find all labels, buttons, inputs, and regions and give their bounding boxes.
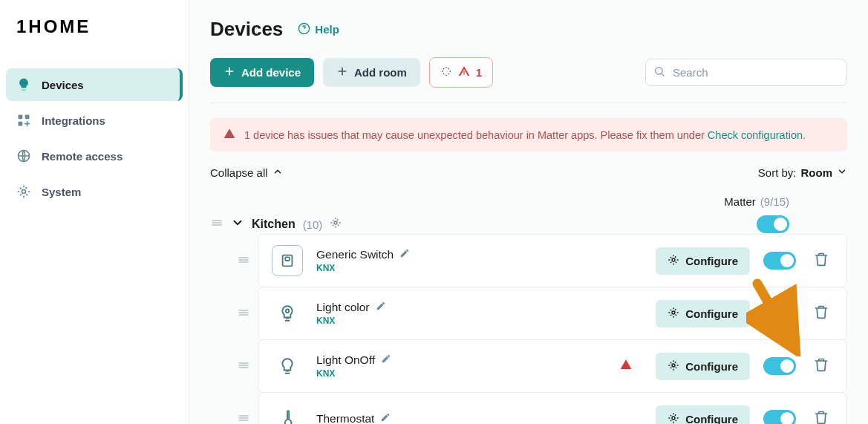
device-type-icon [272, 298, 303, 329]
device-name: Light color [316, 301, 370, 314]
device-card: Generic SwitchKNXConfigure [258, 234, 847, 287]
page-title: Devices [210, 18, 283, 41]
matter-column-header: Matter (9/15) [210, 195, 847, 208]
gear-icon[interactable] [330, 217, 342, 232]
room-matter-toggle[interactable] [757, 215, 789, 233]
button-label: Add device [241, 66, 301, 79]
configure-button[interactable]: Configure [656, 353, 750, 380]
svg-point-13 [672, 364, 675, 367]
configure-button[interactable]: Configure [656, 405, 750, 425]
device-card: Light colorKNXConfigure [258, 287, 847, 340]
check-configuration-link[interactable]: Check configuration [708, 129, 803, 141]
sidebar-item-label: Integrations [42, 114, 105, 127]
plus-icon [223, 65, 235, 79]
sidebar-item-label: Remote access [42, 150, 123, 163]
warning-triangle-icon [223, 128, 235, 142]
collapse-all-button[interactable]: Collapse all [210, 166, 283, 179]
matter-label: Matter [724, 195, 756, 208]
trash-icon[interactable] [809, 300, 833, 327]
button-label: Configure [685, 413, 738, 425]
add-room-button[interactable]: Add room [323, 58, 420, 87]
pencil-icon[interactable] [376, 301, 386, 314]
device-row: Generic SwitchKNXConfigure [237, 235, 847, 287]
list-controls: Collapse all Sort by: Room [210, 166, 847, 179]
bulb-icon [16, 77, 31, 92]
device-row: ThermostatConfigure [237, 393, 847, 424]
device-matter-toggle[interactable] [763, 304, 796, 322]
sort-by-dropdown[interactable]: Sort by: Room [758, 166, 847, 179]
chevron-down-icon [837, 166, 847, 179]
sidebar-item-devices[interactable]: Devices [6, 68, 183, 101]
device-type-icon [272, 350, 303, 382]
svg-rect-0 [19, 115, 23, 120]
drag-handle-icon[interactable] [237, 411, 250, 425]
pencil-icon[interactable] [399, 248, 410, 261]
svg-point-11 [286, 310, 289, 313]
gear-icon [16, 184, 31, 199]
device-matter-toggle[interactable] [763, 252, 796, 270]
device-source: KNX [316, 316, 386, 326]
gear-icon [668, 359, 679, 374]
grid-plus-icon [16, 113, 31, 128]
button-label: Configure [685, 307, 738, 320]
device-type-icon [272, 403, 303, 424]
device-name: Generic Switch [316, 248, 394, 261]
action-bar: Add device Add room 1 [210, 57, 847, 103]
drag-handle-icon[interactable] [210, 216, 223, 232]
chevron-down-icon[interactable] [231, 216, 244, 232]
drag-handle-icon[interactable] [237, 359, 250, 375]
sidebar-item-label: Devices [42, 79, 84, 91]
device-row: Light OnOffKNXConfigure [237, 340, 847, 393]
configure-button[interactable]: Configure [656, 247, 750, 275]
plus-icon [336, 65, 348, 79]
globe-icon [16, 149, 31, 163]
device-matter-toggle[interactable] [763, 357, 796, 375]
svg-point-6 [656, 67, 662, 74]
sidebar-item-remote-access[interactable]: Remote access [6, 140, 183, 172]
svg-rect-2 [25, 115, 30, 120]
drag-handle-icon[interactable] [237, 253, 250, 270]
gear-icon [668, 412, 679, 425]
trash-icon[interactable] [809, 353, 833, 379]
device-row: Light colorKNXConfigure [237, 287, 847, 340]
drag-handle-icon[interactable] [237, 306, 250, 322]
device-name: Light OnOff [316, 353, 375, 367]
device-source: KNX [316, 263, 410, 273]
button-label: Add room [354, 66, 407, 79]
svg-point-12 [672, 311, 675, 314]
sidebar: 1HOME Devices Integrations Remote access… [0, 0, 189, 424]
banner-text-after: . [803, 129, 806, 141]
warning-banner: 1 device has issues that may cause unexp… [210, 118, 847, 151]
search-input[interactable] [645, 59, 847, 86]
svg-point-14 [672, 417, 675, 420]
pencil-icon[interactable] [380, 412, 391, 424]
add-device-button[interactable]: Add device [210, 58, 314, 87]
page-header: Devices Help [210, 18, 847, 41]
trash-icon[interactable] [809, 247, 833, 274]
button-label: Configure [685, 360, 738, 373]
room-group-row: Kitchen (10) [210, 214, 847, 235]
sort-value: Room [801, 166, 833, 179]
alert-button[interactable]: 1 [429, 57, 493, 88]
warning-triangle-icon [458, 65, 470, 79]
help-link[interactable]: Help [298, 22, 339, 37]
search-icon [653, 65, 665, 80]
warning-triangle-icon [620, 359, 632, 374]
help-link-label: Help [315, 23, 339, 36]
svg-rect-1 [19, 122, 23, 126]
gear-icon [668, 307, 679, 321]
configure-button[interactable]: Configure [656, 300, 750, 327]
device-source: KNX [316, 368, 391, 379]
trash-icon[interactable] [809, 405, 833, 424]
banner-text: 1 device has issues that may cause unexp… [244, 129, 708, 141]
sidebar-item-integrations[interactable]: Integrations [6, 104, 183, 137]
svg-point-4 [22, 190, 26, 194]
help-circle-icon [298, 22, 310, 37]
device-matter-toggle[interactable] [763, 410, 796, 424]
pencil-icon[interactable] [381, 353, 391, 367]
logo: 1HOME [6, 16, 183, 37]
sidebar-item-system[interactable]: System [6, 175, 183, 208]
search-box [645, 59, 847, 86]
device-type-icon [272, 245, 303, 276]
svg-point-7 [334, 221, 337, 224]
